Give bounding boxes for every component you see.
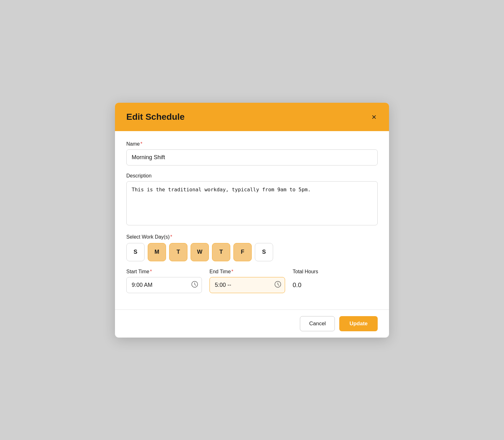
start-time-input[interactable] xyxy=(126,277,202,293)
day-btn-saturday[interactable]: S xyxy=(255,243,273,261)
total-hours-label: Total Hours xyxy=(293,269,318,275)
cancel-button[interactable]: Cancel xyxy=(300,316,335,331)
modal-title: Edit Schedule xyxy=(126,112,185,122)
name-field-group: Name* xyxy=(126,141,378,165)
total-hours-group: Total Hours 0.0 xyxy=(293,269,318,293)
start-time-required-star: * xyxy=(150,269,152,274)
end-time-label: End Time* xyxy=(209,269,285,275)
day-btn-thursday[interactable]: T xyxy=(212,243,230,261)
end-time-wrapper xyxy=(209,277,285,293)
end-time-input[interactable] xyxy=(209,277,285,293)
work-days-section: Select Work Day(s)* S M T W T F S xyxy=(126,234,378,261)
name-input[interactable] xyxy=(126,149,378,165)
start-time-label: Start Time* xyxy=(126,269,202,275)
modal-header: Edit Schedule × xyxy=(115,103,389,131)
day-btn-wednesday[interactable]: W xyxy=(191,243,209,261)
day-btn-friday[interactable]: F xyxy=(233,243,252,261)
modal-overlay: Edit Schedule × Name* Description This i… xyxy=(0,0,504,440)
start-time-group: Start Time* xyxy=(126,269,202,293)
description-field-group: Description This is the traditional work… xyxy=(126,173,378,227)
update-button[interactable]: Update xyxy=(339,316,378,331)
modal-footer: Cancel Update xyxy=(115,310,389,338)
edit-schedule-modal: Edit Schedule × Name* Description This i… xyxy=(115,103,389,338)
day-btn-monday[interactable]: M xyxy=(148,243,166,261)
end-time-required-star: * xyxy=(232,269,233,274)
start-time-wrapper xyxy=(126,277,202,293)
day-btn-sunday[interactable]: S xyxy=(126,243,145,261)
day-buttons-row: S M T W T F S xyxy=(126,243,378,261)
description-textarea[interactable]: This is the traditional workday, typical… xyxy=(126,181,378,225)
total-hours-value: 0.0 xyxy=(293,277,318,293)
work-days-label: Select Work Day(s)* xyxy=(126,234,378,240)
name-label: Name* xyxy=(126,141,378,147)
day-btn-tuesday[interactable]: T xyxy=(169,243,187,261)
modal-body: Name* Description This is the traditiona… xyxy=(115,131,389,310)
end-time-group: End Time* xyxy=(209,269,285,293)
close-button[interactable]: × xyxy=(370,112,378,122)
time-row: Start Time* E xyxy=(126,269,378,293)
work-days-required-star: * xyxy=(170,234,172,240)
name-required-star: * xyxy=(140,141,142,147)
description-label: Description xyxy=(126,173,378,179)
